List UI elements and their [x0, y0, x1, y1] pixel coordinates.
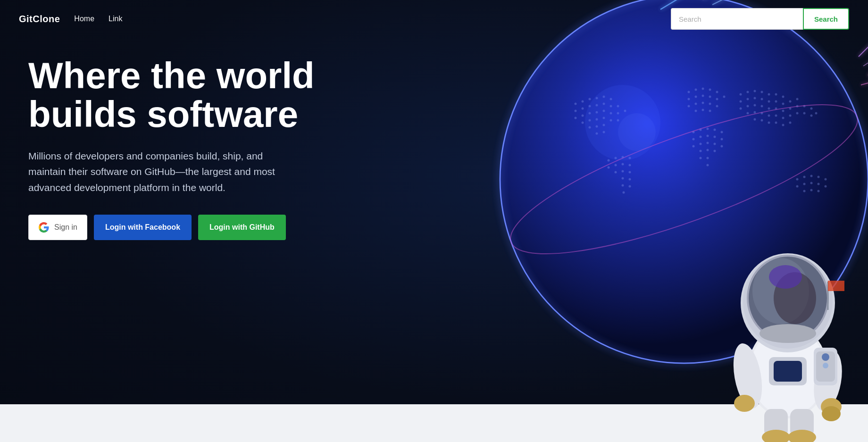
- svg-point-110: [789, 115, 792, 117]
- svg-point-7: [589, 98, 591, 100]
- navbar: GitClone Home Link Search: [0, 0, 868, 38]
- svg-point-78: [747, 91, 749, 93]
- svg-point-93: [740, 108, 742, 110]
- svg-point-121: [796, 178, 799, 181]
- svg-point-37: [688, 91, 690, 93]
- svg-point-83: [782, 96, 785, 98]
- svg-point-109: [782, 117, 785, 119]
- svg-point-51: [709, 103, 711, 105]
- site-logo: GitClone: [19, 14, 60, 25]
- svg-point-116: [761, 119, 763, 122]
- svg-point-129: [818, 183, 820, 185]
- svg-point-125: [825, 178, 827, 181]
- svg-point-91: [789, 100, 792, 103]
- svg-point-124: [818, 176, 820, 178]
- svg-point-148: [629, 185, 631, 188]
- search-input[interactable]: [671, 8, 803, 30]
- svg-point-6: [582, 100, 584, 103]
- svg-point-65: [721, 138, 723, 141]
- svg-point-122: [803, 176, 806, 178]
- svg-point-39: [702, 88, 704, 90]
- svg-point-72: [707, 149, 709, 151]
- svg-point-128: [810, 182, 813, 184]
- nav-left: GitClone Home Link: [19, 14, 122, 25]
- svg-point-123: [810, 175, 813, 177]
- svg-point-45: [709, 96, 711, 98]
- svg-point-170: [734, 395, 755, 412]
- svg-rect-167: [774, 361, 802, 382]
- svg-point-11: [575, 110, 577, 112]
- svg-point-96: [761, 105, 763, 108]
- google-icon: [38, 222, 50, 233]
- svg-point-163: [618, 113, 656, 151]
- svg-point-73: [714, 150, 716, 152]
- svg-point-146: [629, 178, 631, 181]
- home-link[interactable]: Home: [74, 15, 94, 23]
- svg-point-77: [740, 93, 742, 96]
- svg-point-104: [747, 112, 749, 115]
- facebook-login-button[interactable]: Login with Facebook: [94, 215, 192, 240]
- svg-point-90: [782, 103, 785, 105]
- svg-point-86: [754, 97, 756, 100]
- svg-point-112: [803, 112, 806, 115]
- svg-point-115: [754, 118, 756, 121]
- svg-point-138: [608, 167, 610, 169]
- svg-point-147: [622, 184, 624, 187]
- astronaut-character: [708, 225, 868, 442]
- svg-point-149: [623, 192, 625, 194]
- google-signin-button[interactable]: Sign in: [28, 215, 87, 240]
- svg-point-111: [796, 112, 799, 115]
- svg-point-142: [615, 171, 617, 174]
- svg-point-80: [761, 91, 763, 93]
- hero-title: Where the world builds software: [28, 57, 326, 134]
- svg-point-67: [700, 143, 702, 145]
- svg-rect-192: [828, 281, 844, 291]
- search-button[interactable]: Search: [803, 8, 849, 30]
- svg-point-84: [740, 100, 742, 103]
- svg-point-74: [707, 157, 709, 159]
- github-login-button[interactable]: Login with GitHub: [198, 215, 286, 240]
- svg-point-47: [723, 96, 726, 98]
- svg-point-144: [629, 171, 631, 174]
- svg-point-71: [700, 150, 702, 152]
- hero-subtitle: Millions of developers and companies bui…: [28, 148, 302, 196]
- svg-point-58: [707, 128, 709, 130]
- svg-point-42: [688, 98, 690, 100]
- svg-point-92: [796, 98, 799, 100]
- svg-point-60: [721, 131, 723, 133]
- svg-point-143: [622, 170, 624, 173]
- nav-link-link[interactable]: Link: [108, 15, 122, 23]
- svg-point-132: [810, 189, 813, 192]
- svg-point-61: [693, 138, 695, 141]
- svg-point-41: [716, 91, 718, 93]
- svg-point-49: [695, 103, 697, 105]
- svg-point-126: [796, 185, 799, 188]
- svg-point-127: [803, 183, 806, 185]
- svg-point-103: [810, 108, 813, 110]
- svg-point-54: [702, 109, 704, 111]
- svg-point-172: [822, 406, 841, 421]
- svg-point-95: [754, 104, 756, 107]
- svg-point-89: [775, 100, 777, 103]
- svg-point-141: [629, 164, 631, 167]
- svg-point-68: [707, 142, 709, 144]
- svg-point-105: [754, 111, 756, 114]
- svg-point-50: [702, 102, 704, 104]
- svg-point-189: [822, 353, 829, 361]
- svg-point-18: [575, 117, 577, 119]
- svg-point-97: [768, 108, 770, 110]
- svg-point-99: [782, 110, 785, 112]
- svg-point-48: [688, 105, 690, 108]
- svg-point-75: [700, 157, 702, 159]
- svg-point-118: [775, 122, 777, 124]
- svg-point-94: [747, 105, 749, 108]
- svg-point-64: [714, 136, 716, 138]
- svg-point-76: [707, 164, 709, 167]
- svg-point-85: [747, 98, 749, 100]
- svg-point-19: [582, 115, 584, 117]
- svg-point-26: [582, 122, 584, 124]
- svg-point-133: [818, 190, 820, 192]
- svg-point-190: [823, 363, 828, 368]
- svg-point-184: [769, 265, 802, 289]
- svg-point-53: [695, 110, 697, 112]
